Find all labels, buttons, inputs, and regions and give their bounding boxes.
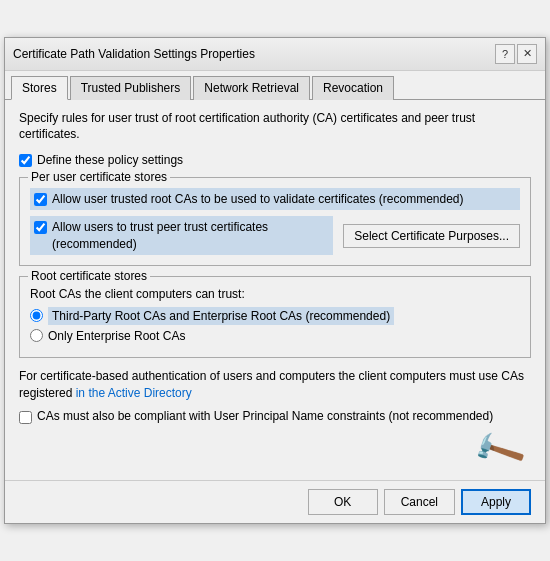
cancel-button[interactable]: Cancel xyxy=(384,489,455,515)
root-cert-group-title: Root certificate stores xyxy=(28,269,150,283)
description-text: Specify rules for user trust of root cer… xyxy=(19,110,531,144)
principal-name-label: CAs must also be compliant with User Pri… xyxy=(37,409,493,423)
bottom-section: For certificate-based authentication of … xyxy=(19,368,531,425)
principal-name-checkbox[interactable] xyxy=(19,411,32,424)
tab-network-retrieval[interactable]: Network Retrieval xyxy=(193,76,310,100)
button-bar: OK Cancel Apply xyxy=(5,480,545,523)
bottom-description: For certificate-based authentication of … xyxy=(19,368,531,402)
tab-stores[interactable]: Stores xyxy=(11,76,68,100)
third-party-radio-row: Third-Party Root CAs and Enterprise Root… xyxy=(30,307,520,325)
third-party-radio-label: Third-Party Root CAs and Enterprise Root… xyxy=(48,307,394,325)
hammer-area: 🔨 xyxy=(19,430,531,472)
per-user-group-box: Per user certificate stores Allow user t… xyxy=(19,177,531,266)
tab-trusted-publishers[interactable]: Trusted Publishers xyxy=(70,76,192,100)
title-bar: Certificate Path Validation Settings Pro… xyxy=(5,38,545,71)
ok-button[interactable]: OK xyxy=(308,489,378,515)
allow-trusted-root-label: Allow user trusted root CAs to be used t… xyxy=(52,191,464,207)
active-directory-link: in the Active Directory xyxy=(76,386,192,400)
allow-peer-trust-row: Allow users to trust peer trust certific… xyxy=(30,216,520,254)
allow-trusted-root-row: Allow user trusted root CAs to be used t… xyxy=(30,188,520,210)
third-party-radio[interactable] xyxy=(30,309,43,322)
principal-name-row: CAs must also be compliant with User Pri… xyxy=(19,409,531,424)
enterprise-only-radio-row: Only Enterprise Root CAs xyxy=(30,329,520,343)
title-bar-controls: ? ✕ xyxy=(495,44,537,64)
define-policy-checkbox[interactable] xyxy=(19,154,32,167)
root-cert-group-content: Root CAs the client computers can trust:… xyxy=(30,287,520,343)
root-cert-group-box: Root certificate stores Root CAs the cli… xyxy=(19,276,531,358)
enterprise-only-radio-label: Only Enterprise Root CAs xyxy=(48,329,185,343)
apply-button[interactable]: Apply xyxy=(461,489,531,515)
allow-peer-trust-checkbox[interactable] xyxy=(34,221,47,234)
hammer-icon: 🔨 xyxy=(469,422,529,481)
dialog-window: Certificate Path Validation Settings Pro… xyxy=(4,37,546,525)
define-policy-group: Define these policy settings xyxy=(19,153,531,167)
help-button[interactable]: ? xyxy=(495,44,515,64)
allow-trusted-root-checkbox[interactable] xyxy=(34,193,47,206)
tab-revocation[interactable]: Revocation xyxy=(312,76,394,100)
main-content: Specify rules for user trust of root cer… xyxy=(5,100,545,481)
close-button[interactable]: ✕ xyxy=(517,44,537,64)
define-policy-label: Define these policy settings xyxy=(37,153,183,167)
select-certificate-purposes-button[interactable]: Select Certificate Purposes... xyxy=(343,224,520,248)
per-user-group-content: Allow user trusted root CAs to be used t… xyxy=(30,188,520,255)
tab-bar: Stores Trusted Publishers Network Retrie… xyxy=(5,71,545,100)
enterprise-only-radio[interactable] xyxy=(30,329,43,342)
allow-peer-trust-check-area: Allow users to trust peer trust certific… xyxy=(30,216,333,254)
root-ca-subtitle: Root CAs the client computers can trust: xyxy=(30,287,520,301)
allow-peer-trust-label: Allow users to trust peer trust certific… xyxy=(52,219,329,251)
dialog-title: Certificate Path Validation Settings Pro… xyxy=(13,47,255,61)
per-user-group-title: Per user certificate stores xyxy=(28,170,170,184)
